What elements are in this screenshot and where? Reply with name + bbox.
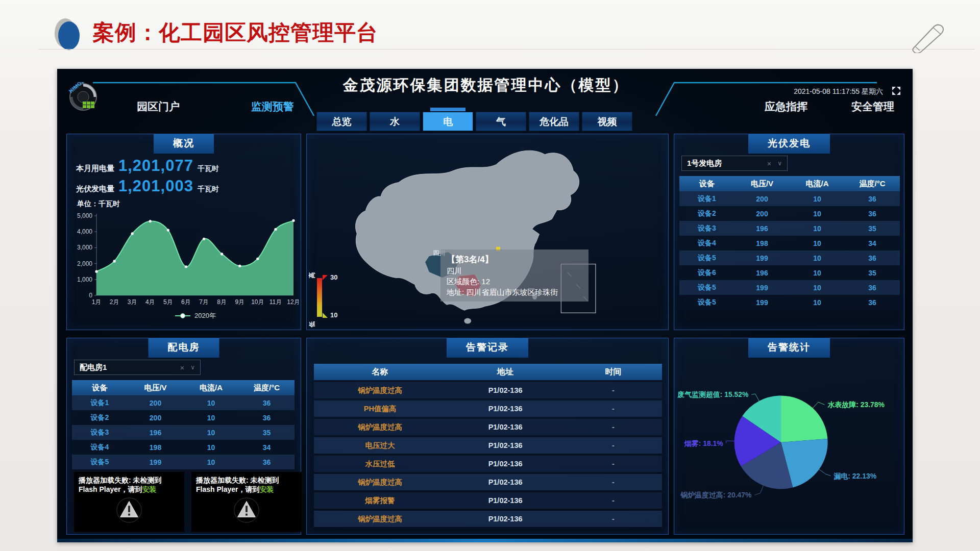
pie-label-废气监测超值: 废气监测超值: 15.52% <box>677 390 748 398</box>
pie-slice-水表故障[interactable] <box>781 395 827 442</box>
cell: 34 <box>239 443 295 452</box>
clear-icon[interactable]: × <box>767 159 771 168</box>
cell: 10 <box>790 195 845 203</box>
column-header: 设备 <box>679 179 734 189</box>
table-row: 设备41981034 <box>72 440 295 455</box>
cell: 10 <box>790 210 845 218</box>
table-row: 锅炉温度过高P1/02-136- <box>314 382 662 398</box>
alarm-records-panel: 告警记录 名称地址时间锅炉温度过高P1/02-136-PH值偏高P1/02-13… <box>306 338 669 535</box>
cell: 199 <box>734 284 790 292</box>
cell: 设备6 <box>679 268 734 278</box>
column-header: 温度/°C <box>845 179 900 189</box>
fullscreen-icon[interactable] <box>891 86 901 96</box>
cell: 10 <box>183 458 239 466</box>
cell: 设备5 <box>679 283 734 292</box>
svg-text:4月: 4月 <box>145 298 155 306</box>
cell: 200 <box>734 210 790 218</box>
svg-text:3月: 3月 <box>128 298 137 306</box>
scale-low-label: 低 <box>308 321 316 328</box>
table-row: 设备22001036 <box>72 410 295 425</box>
flash-error-text: 播放器加载失败: 未检测到 <box>79 476 162 484</box>
panel-title: 概况 <box>154 134 214 154</box>
pie-label-水表故障: 水表故障: 23.78% <box>827 400 885 409</box>
hainan-island[interactable] <box>464 318 471 324</box>
cell: 34 <box>845 239 900 247</box>
cell: - <box>565 386 662 394</box>
tab-气[interactable]: 气 <box>476 112 526 131</box>
scale-min-value: 10 <box>330 311 337 319</box>
tab-电[interactable]: 电 <box>423 112 473 131</box>
pie-label-锅炉温度过高: 锅炉温度过高: 20.47% <box>680 491 751 499</box>
chevron-down-icon[interactable]: ∨ <box>777 160 782 167</box>
cell: 36 <box>845 284 900 292</box>
cell: 设备5 <box>679 254 734 263</box>
table-row: 设备31961035 <box>679 221 900 236</box>
table-row: 设备22001036 <box>679 206 900 221</box>
table-row: 设备12001036 <box>679 191 900 206</box>
tab-视频[interactable]: 视频 <box>582 112 632 131</box>
table-row: 电压过大P1/02-136- <box>314 437 662 454</box>
stat-label: 本月用电量 <box>76 164 114 173</box>
cell: 设备3 <box>72 428 128 437</box>
cell: 196 <box>128 429 183 437</box>
pv-panel: 光伏发电 1号发电房 × ∨ 设备电压/V电流/A温度/°C设备12001036… <box>674 134 904 330</box>
cell: 10 <box>790 239 845 247</box>
cell: 200 <box>128 399 183 407</box>
cell: 199 <box>734 298 790 307</box>
tooltip-region: 四川 <box>447 266 582 276</box>
svg-text:0: 0 <box>89 292 92 299</box>
cell: - <box>565 441 662 449</box>
clear-icon[interactable]: × <box>180 363 184 372</box>
cell: 36 <box>239 414 295 422</box>
warning-icon <box>113 496 145 523</box>
cell: 烟雾报警 <box>314 496 446 506</box>
cell: 锅炉温度过高 <box>314 386 446 395</box>
table-row: 锅炉温度过高P1/02-136- <box>314 419 662 435</box>
company-logo[interactable]: KIMOU <box>68 82 98 112</box>
cell: P1/02-136 <box>446 405 565 413</box>
chevron-down-icon[interactable]: ∨ <box>190 364 195 371</box>
cell: PH值偏高 <box>314 404 446 414</box>
cell: 10 <box>790 224 845 233</box>
pv-room-select[interactable]: 1号发电房 × ∨ <box>681 156 788 171</box>
nav-safety-management[interactable]: 安全管理 <box>832 99 914 114</box>
install-link[interactable]: 安装 <box>142 485 157 493</box>
cell: 10 <box>790 284 845 292</box>
column-header: 电流/A <box>183 383 239 393</box>
nav-monitor-warning[interactable]: 监测预警 <box>232 99 313 114</box>
tab-bar: 总览水电气危化品视频 <box>316 112 632 131</box>
cell: 设备1 <box>679 194 734 204</box>
table-row: 设备51991036 <box>72 455 295 469</box>
table-row: 设备51991036 <box>679 280 900 295</box>
bullet-dot <box>58 21 80 50</box>
dist-room-select[interactable]: 配电房1 × ∨ <box>74 360 201 375</box>
cell: 设备1 <box>72 398 128 408</box>
cell: - <box>565 515 662 523</box>
tab-水[interactable]: 水 <box>370 112 420 131</box>
column-header: 名称 <box>314 367 446 378</box>
cell: 36 <box>239 458 295 466</box>
svg-text:9月: 9月 <box>235 298 244 306</box>
table-row: PH值偏高P1/02-136- <box>314 400 662 417</box>
nav-emergency-command[interactable]: 应急指挥 <box>745 99 827 114</box>
svg-text:7月: 7月 <box>199 298 209 306</box>
svg-text:6月: 6月 <box>181 298 191 306</box>
map-tooltip: 【第3名/4】 四川 区域颜色: 12 地址: 四川省眉山市东坡区珍珠街 <box>440 249 589 302</box>
cell: 设备4 <box>679 239 734 248</box>
svg-text:3,000: 3,000 <box>77 244 92 251</box>
stat-label: 光伏发电量 <box>76 184 114 194</box>
cell: 10 <box>790 269 845 277</box>
table-row: 设备51991036 <box>679 295 900 310</box>
install-link[interactable]: 安装 <box>260 485 274 493</box>
cell: 10 <box>183 429 239 437</box>
nav-park-portal[interactable]: 园区门户 <box>117 99 199 114</box>
tab-危化品[interactable]: 危化品 <box>529 112 579 131</box>
tab-总览[interactable]: 总览 <box>316 112 367 131</box>
page-title: 案例：化工园区风控管理平台 <box>93 18 378 47</box>
overview-panel: 概况 本月用电量 1,201,077 千瓦时 光伏发电量 1,201,003 千… <box>66 134 301 330</box>
table-header: 名称地址时间 <box>314 364 662 380</box>
tooltip-rank: 【第3名/4】 <box>447 254 582 265</box>
table-row: 设备61961035 <box>679 265 900 280</box>
svg-text:1,000: 1,000 <box>77 276 92 283</box>
cell: 36 <box>845 298 900 307</box>
